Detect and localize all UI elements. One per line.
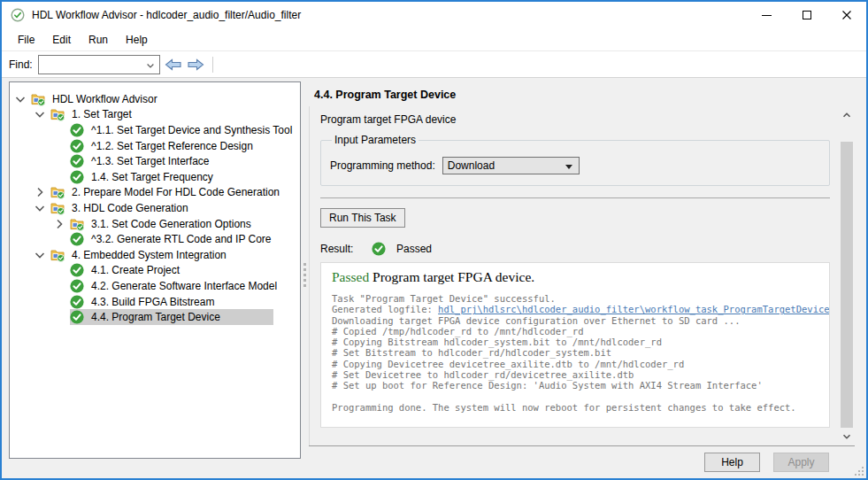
folder-check-icon [50, 185, 68, 199]
passed-check-icon [372, 242, 386, 256]
tree-item-label: 3.1. Set Code Generation Options [88, 218, 251, 230]
passed-check-icon [70, 154, 88, 168]
tree-item-label: ^1.2. Set Target Reference Design [88, 140, 253, 152]
hdl-workflow-advisor-window: HDL Workflow Advisor - hdlcoder_audio_fi… [0, 0, 868, 480]
tree-item[interactable]: 4.4. Program Target Device [10, 309, 300, 325]
combo-chevron-down-icon[interactable] [145, 60, 156, 71]
tree-item[interactable]: 1. Set Target [10, 107, 300, 123]
menu-edit[interactable]: Edit [43, 30, 80, 50]
tree-item[interactable]: 4. Embedded System Integration [10, 247, 300, 263]
menu-file[interactable]: File [9, 30, 43, 50]
menu-help[interactable]: Help [117, 30, 157, 50]
tree-item[interactable]: 4.3. Build FPGA Bitstream [10, 294, 300, 310]
title-bar[interactable]: HDL Workflow Advisor - hdlcoder_audio_fi… [2, 2, 866, 28]
maximize-button[interactable] [787, 2, 826, 28]
tree-item[interactable]: ^1.3. Set Target Interface [10, 153, 300, 169]
folder-check-icon [31, 92, 49, 106]
result-headline: Passed Program target FPGA device. [332, 269, 818, 285]
vertical-scrollbar[interactable] [839, 106, 855, 445]
tree-item[interactable]: 4.2. Generate Software Interface Model [10, 278, 300, 294]
log-line: Task "Program Target Device" successful. [332, 293, 818, 304]
chevron-down-icon[interactable] [33, 107, 50, 121]
scrollbar-thumb[interactable] [841, 142, 853, 428]
log-line: # Copying Bitstream hdlcoder_system.bit … [332, 337, 818, 347]
maximize-icon [803, 11, 811, 19]
tree-item[interactable]: ^1.1. Set Target Device and Synthesis To… [10, 122, 300, 138]
find-input[interactable] [41, 57, 143, 73]
log-line [332, 391, 818, 402]
tree-item[interactable]: 1.4. Set Target Frequency [10, 169, 300, 185]
run-this-task-button[interactable]: Run This Task [320, 208, 405, 228]
log-line: # Set up boot for Reference Design: 'Aud… [332, 380, 818, 391]
passed-check-icon [70, 295, 88, 309]
tree-item[interactable]: 3.1. Set Code Generation Options [10, 216, 300, 232]
passed-check-icon [70, 279, 88, 293]
find-combobox[interactable] [38, 55, 160, 74]
splitter-handle-icon[interactable] [303, 263, 306, 287]
find-previous-button[interactable] [165, 58, 182, 71]
scroll-up-icon[interactable] [839, 108, 855, 122]
find-next-button[interactable] [187, 58, 204, 71]
log-line: # Set Devicetree to hdlcoder_rd/devicetr… [332, 369, 818, 380]
apply-button[interactable]: Apply [773, 453, 829, 472]
logfile-link[interactable]: hdl_prj\hdlsrc\hdlcoder_audio_filter\wor… [438, 304, 830, 314]
tree-item-label: 4. Embedded System Integration [68, 249, 227, 261]
passed-check-icon [70, 232, 88, 246]
log-line: # Set Bitstream to hdlcoder_rd/hdlcoder_… [332, 347, 818, 358]
task-heading: 4.4. Program Target Device [309, 81, 866, 106]
chevron-right-icon[interactable] [33, 185, 50, 199]
tree-item-label: 3. HDL Code Generation [68, 202, 188, 214]
programming-method-label: Programming method: [330, 159, 435, 172]
result-headline-status: Passed [332, 269, 369, 284]
input-parameters-title: Input Parameters [332, 134, 419, 146]
menu-run[interactable]: Run [80, 30, 117, 50]
log-line: # Copied /tmp/hdlcoder_rd to /mnt/hdlcod… [332, 326, 818, 337]
input-parameters-group: Input Parameters Programming method: Dow… [320, 134, 830, 186]
close-button[interactable] [826, 2, 866, 28]
arrow-left-icon [165, 58, 182, 71]
tree-item-label: ^1.1. Set Target Device and Synthesis To… [88, 124, 292, 136]
result-output-box: Passed Program target FPGA device. Task … [320, 262, 830, 428]
result-status: Passed [396, 243, 432, 255]
folder-check-icon [50, 201, 68, 215]
minimize-button[interactable] [747, 2, 787, 28]
tree-item[interactable]: 4.1. Create Project [10, 263, 300, 279]
arrow-right-icon [187, 58, 204, 71]
log-line: Downloading target FPGA device configura… [332, 315, 818, 326]
task-detail-panel: 4.4. Program Target Device Program targe… [309, 81, 866, 478]
find-label: Find: [9, 58, 33, 71]
result-headline-text: Program target FPGA device. [369, 269, 534, 284]
tree-item-label: 1. Set Target [68, 108, 132, 120]
app-check-icon [11, 8, 25, 22]
tree-item[interactable]: HDL Workflow Advisor [10, 91, 300, 107]
tree-item-label: HDL Workflow Advisor [49, 93, 157, 105]
scroll-down-icon[interactable] [839, 430, 855, 444]
chevron-down-icon[interactable] [33, 248, 50, 262]
passed-check-icon [70, 263, 88, 277]
task-scroll-region: Program target FPGA device Input Paramet… [309, 106, 855, 446]
tree-item-label: 2. Prepare Model For HDL Code Generation [68, 186, 280, 198]
log-output: Task "Program Target Device" successful.… [332, 293, 818, 413]
tree-item-label: 4.2. Generate Software Interface Model [88, 280, 277, 292]
tree-item[interactable]: 2. Prepare Model For HDL Code Generation [10, 185, 300, 201]
window-title: HDL Workflow Advisor - hdlcoder_audio_fi… [32, 9, 747, 21]
chevron-down-icon[interactable] [33, 201, 50, 215]
help-button[interactable]: Help [704, 453, 760, 472]
dropdown-arrow-icon [565, 165, 572, 169]
task-content: Program target FPGA device Input Paramet… [309, 106, 839, 445]
passed-check-icon [70, 139, 88, 153]
tree-item-label: ^3.2. Generate RTL Code and IP Core [88, 233, 272, 245]
panel-splitter[interactable] [301, 81, 309, 478]
chevron-down-icon[interactable] [13, 92, 31, 106]
programming-method-dropdown[interactable]: Download [442, 157, 580, 174]
toolbar-separator [212, 57, 213, 73]
chevron-right-icon[interactable] [52, 217, 70, 231]
folder-check-icon [50, 107, 68, 121]
tree-item-label: 1.4. Set Target Frequency [88, 171, 213, 183]
tree-item[interactable]: ^1.2. Set Target Reference Design [10, 138, 300, 154]
tree-item[interactable]: 3. HDL Code Generation [10, 200, 300, 216]
passed-check-icon [70, 123, 88, 137]
tree-item[interactable]: ^3.2. Generate RTL Code and IP Core [10, 231, 300, 247]
resize-grip-icon[interactable] [855, 467, 864, 476]
tree-item-label: 4.3. Build FPGA Bitstream [88, 296, 214, 308]
